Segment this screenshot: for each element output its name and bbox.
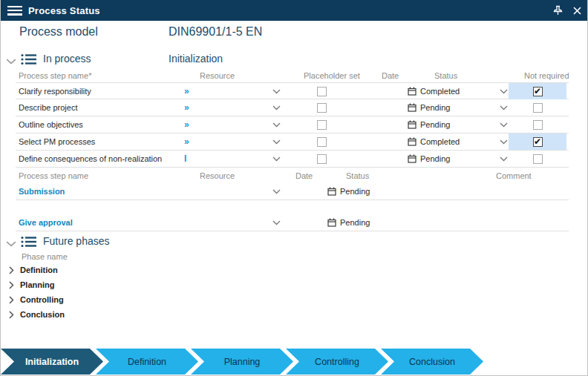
not-required-cell [509,83,566,99]
table-row: Clarify responsibility » Completed [16,82,569,99]
resource-link[interactable]: I [184,151,186,167]
col2-process-step-name: Process step name [19,171,88,180]
current-phase-label: Initialization [169,53,223,65]
table-row: Describe project » Pending [16,99,569,116]
not-required-checkbox[interactable] [533,87,543,96]
not-required-cell [509,133,566,150]
phase-name: Controlling [20,295,64,304]
flow-step-initialization[interactable]: Initialization [1,349,103,375]
not-required-cell [509,99,566,116]
phase-row: Definition [9,264,58,276]
status-cell[interactable]: Pending [408,116,450,133]
resource-dropdown[interactable] [272,133,281,150]
status-cell[interactable]: Pending [327,214,370,231]
flow-step-controlling[interactable]: Controlling [286,349,388,375]
expand-icon[interactable] [9,296,14,304]
step-name: Clarify responsibility [19,83,91,99]
close-icon[interactable] [569,3,584,18]
col2-date: Date [295,171,313,180]
calendar-icon [327,187,336,196]
status-cell[interactable]: Completed [408,133,460,150]
phase-row: Controlling [9,294,64,306]
flow-step-conclusion[interactable]: Conclusion [381,349,483,375]
expand-icon[interactable] [9,266,14,274]
table-row: Submission Pending [16,183,569,200]
collapse-in-process-icon[interactable] [6,56,16,67]
resource-dropdown[interactable] [272,183,281,199]
expand-icon[interactable] [9,281,14,289]
phase-row: Conclusion [9,309,65,320]
calendar-icon [408,154,416,163]
approval-step-link[interactable]: Give approval [19,214,73,231]
process-model-value: DIN69901/1-5 EN [169,25,262,39]
placeholder-checkbox[interactable] [317,87,327,96]
resource-dropdown[interactable] [272,116,281,133]
step-name: Select PM processes [19,133,95,150]
col-placeholder-set: Placeholder set [304,71,360,80]
list-icon [21,53,37,65]
status-dropdown[interactable] [500,99,508,116]
calendar-icon [408,87,416,96]
col2-resource: Resource [200,171,235,180]
col2-comment: Comment [496,171,532,180]
col-status: Status [434,71,457,80]
calendar-icon [408,137,416,146]
status-dropdown[interactable] [500,83,508,99]
expand-icon[interactable] [9,311,14,319]
not-required-checkbox[interactable] [533,137,543,147]
status-dropdown[interactable] [500,151,508,167]
resource-link[interactable]: » [184,83,189,99]
status-cell[interactable]: Pending [408,151,450,167]
calendar-icon [408,120,416,129]
resource-dropdown[interactable] [272,83,281,99]
status-dropdown[interactable] [500,133,508,150]
resource-link[interactable]: » [184,133,189,150]
placeholder-checkbox[interactable] [317,103,327,113]
placeholder-checkbox[interactable] [317,137,327,147]
table-row: Outline objectives » Pending [16,116,569,133]
phase-flow: Initialization Definition Planning Contr… [1,349,483,375]
phase-name: Planning [20,280,54,289]
status-cell[interactable]: Completed [408,83,460,99]
status-cell[interactable]: Pending [327,183,370,199]
window-title: Process Status [28,5,100,16]
process-model-label: Process model [19,25,98,39]
status-cell[interactable]: Pending [408,99,450,116]
phase-name: Definition [20,265,58,274]
col-resource: Resource [200,71,235,80]
not-required-checkbox[interactable] [533,154,543,164]
resource-link[interactable]: » [184,99,189,116]
section-in-process-label: In process [43,53,91,65]
col-phase-name: Phase name [22,252,68,261]
resource-dropdown[interactable] [272,214,281,231]
placeholder-checkbox[interactable] [317,120,327,130]
flow-step-definition[interactable]: Definition [96,349,198,375]
collapse-future-phases-icon[interactable] [6,239,16,249]
phase-row: Planning [9,279,54,291]
resource-dropdown[interactable] [272,151,281,167]
step-name: Describe project [19,99,77,116]
table-row: Give approval Pending [16,214,569,231]
not-required-cell [509,116,566,133]
section-future-phases-label: Future phases [43,235,110,247]
table-row: Define consequences of non-realization I… [16,151,569,168]
process-status-window: Process Status Process model DIN69901/1-… [0,0,588,376]
col-date: Date [382,71,399,80]
table-row: Select PM processes » Completed [16,133,569,151]
step-name: Outline objectives [19,116,83,133]
not-required-cell [509,151,566,167]
phase-name: Conclusion [20,310,65,319]
step-name: Define consequences of non-realization [19,151,162,167]
status-dropdown[interactable] [500,116,508,133]
resource-dropdown[interactable] [272,99,281,116]
resource-link[interactable]: » [184,116,189,133]
not-required-checkbox[interactable] [533,103,543,113]
not-required-checkbox[interactable] [533,120,543,130]
menu-icon[interactable] [7,6,22,16]
placeholder-checkbox[interactable] [317,154,327,164]
title-bar: Process Status [1,0,588,21]
approval-step-link[interactable]: Submission [19,183,65,199]
flow-step-planning[interactable]: Planning [191,349,293,375]
col-process-step-name: Process step name* [19,71,91,80]
pin-icon[interactable] [550,3,565,18]
